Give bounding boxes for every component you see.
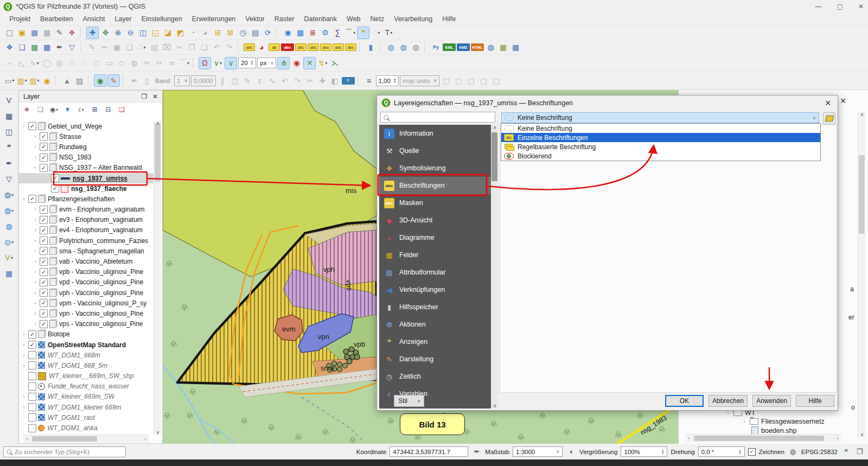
layer-checkbox[interactable]: ✓ <box>40 237 48 245</box>
move-annotation-icon[interactable]: ▲ <box>61 75 73 86</box>
layer-row-vpb-vaccinio-uliginosi-pine[interactable]: ›✓vpb - Vaccinio_uliginosi_Pine <box>19 267 154 277</box>
statistical-summary-icon[interactable]: ≣ <box>307 27 318 39</box>
dropdown-option-regelbasierte-beschriftung[interactable]: Regelbasierte Beschriftung <box>501 142 820 151</box>
search-geonetwork-icon[interactable]: ◍ <box>398 42 409 53</box>
dropdown-option-blockierend[interactable]: Blockierend <box>501 151 820 161</box>
menu-netz[interactable]: Netz <box>366 14 390 24</box>
browser-item-fliessgewaessernetz[interactable]: › Fliessgewaessernetz <box>742 418 825 425</box>
identify-features-icon[interactable]: ◉ <box>282 27 293 39</box>
labeling-mode-combobox[interactable]: Keine Beschriftung ∨ <box>501 112 819 123</box>
dialog-tab-hilfsspeicher[interactable]: ▮Hilfsspeicher <box>379 298 491 316</box>
open-project-icon[interactable]: ▣ <box>16 27 28 39</box>
form-annotation-icon[interactable]: ▨ <box>74 75 85 86</box>
dialog-tab-zeitlich[interactable]: ◷Zeitlich <box>379 368 491 385</box>
snapping-tolerance[interactable]: 20▲▼ <box>238 58 256 68</box>
menu-projekt[interactable]: Projekt <box>4 14 35 24</box>
save-project-as-icon[interactable]: ▦ <box>41 27 53 39</box>
export-html-icon[interactable]: HTML <box>471 43 484 51</box>
dialog-tab-3d-ansicht[interactable]: ◆3D-Ansicht <box>379 212 491 229</box>
save-project-icon[interactable]: ▦ <box>29 27 40 39</box>
osm-place-search-icon[interactable]: ◌▾ <box>371 27 382 39</box>
processing-toolbox-icon[interactable]: ⚙ <box>320 27 331 39</box>
expand-icon[interactable]: › <box>742 419 747 424</box>
expand-icon[interactable]: › <box>33 165 38 170</box>
hilfe-button[interactable]: Hilfe <box>796 395 834 407</box>
minimize-button[interactable]: — <box>815 3 822 10</box>
layer-row-vpm-vaccinio-uliginosi-p-sy[interactable]: ›✓vpm - Vaccinio_uliginosi_P_sy <box>19 298 154 308</box>
expand-icon[interactable]: › <box>21 196 27 202</box>
menu-bearbeiten[interactable]: Bearbeiten <box>35 14 78 24</box>
add-vector-layer-icon[interactable]: ❏ <box>16 42 28 53</box>
dialog-close-icon[interactable]: ✕ <box>825 99 831 107</box>
enable-tracing-icon[interactable]: ↯▾ <box>317 58 328 69</box>
expand-icon[interactable]: › <box>33 155 38 160</box>
add-wcs-layer-icon[interactable]: ◍ <box>3 220 16 232</box>
dropdown-option-einzelne-beschriftungen[interactable]: abcEinzelne Beschriftungen <box>501 133 820 142</box>
menu-raster[interactable]: Raster <box>270 14 299 24</box>
layer-row-wt-kleiner-669m-sw-shp[interactable]: WT_kleiner__669m_SW_shp <box>19 371 154 381</box>
layer-checkbox[interactable]: ✓ <box>28 122 36 130</box>
panel-close-icon[interactable]: ✕ <box>152 93 158 100</box>
filter-legend-icon[interactable]: ▼ <box>63 105 72 114</box>
rotate-label-icon[interactable]: abc <box>308 43 319 51</box>
zoom-to-selection-icon[interactable]: ◪ <box>162 27 174 39</box>
expand-icon[interactable]: › <box>21 331 27 337</box>
highlight-pinned-labels-icon[interactable]: abc <box>281 43 294 51</box>
layer-row-vab-vaccinio-abietetum[interactable]: ›✓vab - Vaccinio_Abietetum <box>19 256 154 266</box>
menu-datenbank[interactable]: Datenbank <box>299 14 342 24</box>
layer-row-openstreetmap-standard[interactable]: ›✓OpenStreetMap Standard <box>19 340 154 350</box>
deselect-features-icon[interactable]: ▥▾ <box>29 75 40 86</box>
maximize-button[interactable]: ▢ <box>837 3 843 10</box>
layer-row-pflanzengesellschaften[interactable]: ›✓Pflanzengesellschaften <box>19 194 154 204</box>
layer-checkbox[interactable]: ✓ <box>40 299 48 307</box>
browser-vscrollbar[interactable]: ∧ ∨ <box>858 112 865 437</box>
layer-checkbox[interactable]: ✓ <box>40 258 48 266</box>
collapse-icon[interactable]: ∨ <box>381 398 385 404</box>
layer-row-funde-feucht-nass-wasser[interactable]: Funde_feucht_nass_wasser <box>19 381 154 392</box>
layer-checkbox[interactable] <box>28 382 36 391</box>
browser-panel-close-icon[interactable]: ✕ <box>840 97 846 105</box>
select-pin-icon[interactable]: ◉ <box>41 75 53 86</box>
raster-help-icon[interactable]: ? <box>342 77 355 85</box>
layer-diagram-options-icon[interactable]: ◕ <box>256 42 267 53</box>
expand-icon[interactable]: › <box>21 342 27 348</box>
expand-all-icon[interactable]: ⊞ <box>90 105 99 114</box>
layer-checkbox[interactable] <box>28 351 36 359</box>
layer-checkbox[interactable]: ✓ <box>40 247 48 255</box>
layer-checkbox[interactable]: ✓ <box>51 184 59 193</box>
pan-map-icon[interactable]: ✚ <box>86 27 99 39</box>
new-3d-map-view-icon[interactable]: ⊠ <box>225 27 236 39</box>
expand-icon[interactable]: › <box>33 259 38 264</box>
layer-checkbox[interactable]: ✓ <box>28 341 36 349</box>
messages-icon[interactable]: ❝ <box>841 446 851 457</box>
zoom-to-layer-icon[interactable]: ◩ <box>175 27 186 39</box>
layer-checkbox[interactable]: ✓ <box>40 132 48 141</box>
grid-plugin-icon[interactable]: ▦ <box>497 42 509 53</box>
expand-icon[interactable]: › <box>33 248 38 254</box>
add-virtual-layer-icon[interactable]: ▽ <box>66 42 78 53</box>
select-by-value-icon[interactable]: ▥▾ <box>16 75 28 86</box>
style-manager-icon[interactable]: ❖ <box>66 27 78 39</box>
add-virtual-layer-icon[interactable]: ▽ <box>3 173 16 185</box>
filter-by-expression-icon[interactable]: ε▾ <box>76 105 86 114</box>
expand-icon[interactable]: › <box>21 363 27 368</box>
text-annotation-icon[interactable]: T▾ <box>383 27 394 39</box>
expand-icon[interactable]: › <box>21 394 27 399</box>
export-kmz-icon[interactable]: KMZ <box>457 43 470 51</box>
layer-row-ev3-eriophorum-vaginatum[interactable]: ›✓ev3 - Eriophorum_vaginatum <box>19 215 154 225</box>
zoom-next-icon[interactable]: ◕ <box>200 27 211 39</box>
expand-icon[interactable]: › <box>33 269 38 275</box>
layer-checkbox[interactable] <box>28 361 36 369</box>
show-hide-labels-icon[interactable]: abc <box>320 43 331 51</box>
epsg-status[interactable]: EPSG:25832 <box>801 449 838 455</box>
measure-line-icon[interactable]: ⌒▾ <box>344 27 356 39</box>
vergroesserung-spinner[interactable]: 100% ▲▼ <box>621 446 667 457</box>
menu-web[interactable]: Web <box>342 14 365 24</box>
layer-row-ev4-eriophorum-vaginatum[interactable]: ›✓ev4 - Eriophorum_vaginatum <box>19 225 154 235</box>
menu-vektor[interactable]: Vektor <box>240 14 269 24</box>
new-map-view-icon[interactable]: ⊞ <box>212 27 224 39</box>
new-project-icon[interactable]: ▢ <box>4 27 15 39</box>
search-layers-icon[interactable]: ◎ <box>410 42 422 53</box>
expand-icon[interactable]: › <box>33 279 38 285</box>
layer-checkbox[interactable]: ✓ <box>40 164 48 172</box>
